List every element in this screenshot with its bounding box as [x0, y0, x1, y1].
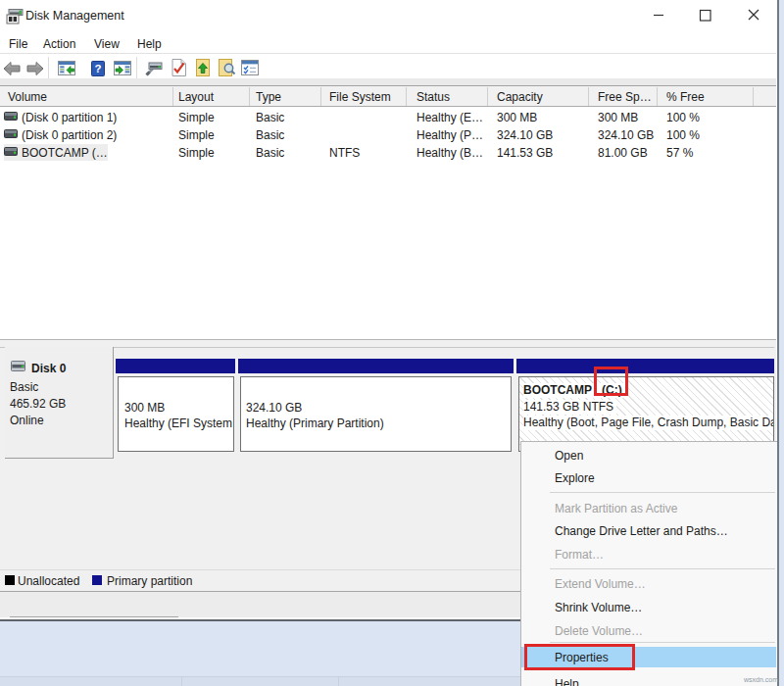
svg-text:?: ? — [94, 63, 101, 74]
